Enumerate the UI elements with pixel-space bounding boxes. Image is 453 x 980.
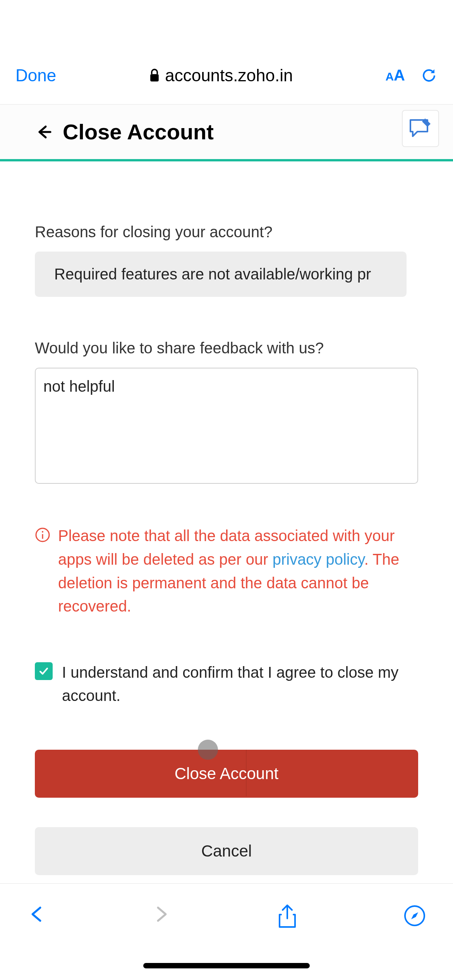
home-indicator[interactable] <box>143 963 310 968</box>
svg-rect-0 <box>150 74 159 81</box>
url-text: accounts.zoho.in <box>165 66 293 85</box>
confirm-text: I understand and confirm that I agree to… <box>62 661 418 707</box>
done-button[interactable]: Done <box>15 66 56 85</box>
reason-label: Reasons for closing your account? <box>35 223 418 241</box>
safari-icon[interactable] <box>403 905 426 927</box>
feedback-label: Would you like to share feedback with us… <box>35 339 418 357</box>
lock-icon <box>149 69 160 82</box>
back-arrow-icon[interactable] <box>35 123 52 140</box>
divider-line <box>246 750 247 796</box>
touch-indicator <box>198 740 218 760</box>
svg-point-2 <box>42 531 43 533</box>
url-display[interactable]: accounts.zoho.in <box>149 66 293 85</box>
nav-back-icon[interactable] <box>27 905 46 924</box>
feedback-button[interactable] <box>402 110 439 147</box>
reason-select[interactable]: Required features are not available/work… <box>35 252 407 297</box>
nav-forward-icon <box>152 905 171 924</box>
reload-icon[interactable] <box>420 67 438 84</box>
page-header: Close Account <box>0 105 453 159</box>
warning-text: Please note that all the data associated… <box>58 524 418 618</box>
cancel-button[interactable]: Cancel <box>35 827 418 875</box>
warning-note: Please note that all the data associated… <box>35 524 418 618</box>
check-icon <box>38 665 50 677</box>
text-size-button[interactable]: AA <box>385 67 405 84</box>
confirm-row: I understand and confirm that I agree to… <box>35 661 418 707</box>
feedback-textarea[interactable] <box>35 368 418 484</box>
info-icon <box>35 527 50 543</box>
form-content: Reasons for closing your account? Requir… <box>0 185 453 875</box>
feedback-icon <box>408 118 433 139</box>
partial-scroll-title: Close Account <box>0 161 453 185</box>
page-title: Close Account <box>63 119 214 144</box>
browser-toolbar: Done accounts.zoho.in AA <box>0 0 453 105</box>
close-account-button[interactable]: Close Account <box>35 750 418 798</box>
confirm-checkbox[interactable] <box>35 662 53 680</box>
share-icon[interactable] <box>276 905 298 929</box>
privacy-policy-link[interactable]: privacy policy <box>273 551 364 568</box>
